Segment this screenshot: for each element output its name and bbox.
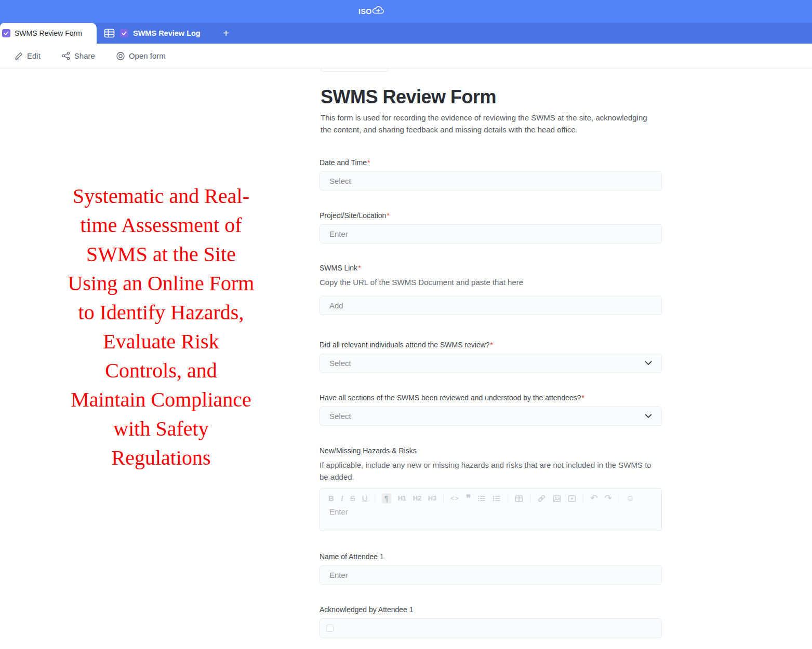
pencil-icon (15, 51, 23, 60)
app-window: ISO SWMS Review Form (0, 0, 812, 649)
input-placeholder: Enter (329, 229, 348, 238)
top-app-bar: ISO (0, 0, 812, 23)
field-label: Did all relevant individuals attend the … (320, 340, 662, 350)
open-form-button[interactable]: Open form (116, 51, 166, 61)
caption-line: Systematic and Real- (21, 182, 301, 211)
input-placeholder: Select (329, 359, 351, 368)
log-check-icon (120, 29, 128, 37)
cloud-plus-icon (371, 4, 385, 16)
field-swms-link: SWMS Link* Copy the URL of the SWMS Docu… (320, 263, 662, 315)
underline-icon[interactable]: U (362, 493, 368, 504)
tab-strip: SWMS Review Form SWMS Review Log + (0, 23, 812, 44)
image-icon[interactable] (553, 495, 561, 503)
undo-icon[interactable]: ↶ (590, 493, 597, 504)
share-button[interactable]: Share (61, 51, 95, 60)
view-toolbar: Edit Share Open form (0, 44, 812, 69)
input-placeholder: Select (329, 412, 351, 421)
caption-line: time Assessment of (21, 211, 301, 240)
required-asterisk: * (358, 264, 361, 272)
date-and-time-input[interactable]: Select (320, 171, 662, 191)
annotation-caption: Systematic and Real- time Assessment of … (21, 182, 301, 472)
attendance-dropdown[interactable]: Select (320, 354, 662, 373)
italic-icon[interactable]: I (341, 493, 343, 504)
form-check-icon (2, 29, 10, 37)
caption-line: Controls, and (21, 356, 301, 385)
editor-placeholder[interactable]: Enter (320, 504, 661, 516)
field-project-site-location: Project/Site/Location* Enter (320, 210, 662, 244)
blockquote-icon[interactable]: ❞ (466, 495, 471, 502)
numbered-list-icon[interactable] (492, 495, 501, 502)
share-icon (61, 51, 71, 60)
edit-button[interactable]: Edit (15, 51, 41, 60)
toolbar-divider (375, 494, 375, 503)
field-label: Date and Time* (320, 157, 662, 168)
code-icon[interactable]: <> (450, 493, 459, 504)
field-label: New/Missing Hazards & Risks (320, 445, 662, 456)
table-icon[interactable] (515, 495, 523, 503)
field-attendance-question: Did all relevant individuals attend the … (320, 340, 662, 373)
field-date-and-time: Date and Time* Select (320, 157, 662, 191)
heading1-icon[interactable]: H1 (398, 493, 406, 504)
link-icon[interactable] (537, 494, 546, 503)
input-placeholder: Add (329, 301, 343, 310)
field-sections-reviewed-question: Have all sections of the SWMS been revie… (320, 393, 662, 426)
acknowledged-field-box (320, 618, 662, 638)
required-asterisk: * (490, 341, 493, 349)
heading2-icon[interactable]: H2 (413, 493, 421, 504)
iso-cloud-logo: ISO (358, 6, 385, 17)
required-asterisk: * (367, 158, 370, 167)
form-title: SWMS Review Form (321, 86, 496, 108)
name-attendee-1-input[interactable]: Enter (320, 565, 662, 585)
field-label: Acknowledged by Attendee 1 (320, 604, 662, 615)
form-description: This form is used for recording the evid… (321, 112, 650, 136)
bold-icon[interactable]: B (328, 493, 334, 504)
rich-text-toolbar: B I S U ¶ H1 H2 H3 <> ❞ (320, 489, 661, 504)
caption-line: with Safety (21, 414, 301, 443)
field-helper-text: Copy the URL of the SWMS Document and pa… (320, 276, 662, 288)
bullet-list-icon[interactable] (477, 495, 486, 502)
field-label: Name of Attendee 1 (320, 551, 662, 562)
emoji-icon[interactable]: ☺ (626, 493, 634, 504)
redo-icon[interactable]: ↷ (604, 493, 611, 504)
toolbar-divider (443, 494, 444, 503)
edit-label: Edit (27, 51, 41, 60)
add-tab-button[interactable]: + (218, 23, 234, 44)
paragraph-icon[interactable]: ¶ (382, 493, 391, 504)
rich-text-editor[interactable]: B I S U ¶ H1 H2 H3 <> ❞ (320, 488, 662, 531)
toolbar-divider (530, 494, 530, 503)
field-name-of-attendee-1: Name of Attendee 1 Enter (320, 551, 662, 585)
caption-line: SWMS at the Site (21, 240, 301, 269)
toolbar-divider (583, 494, 583, 503)
field-label: Project/Site/Location* (320, 210, 662, 221)
tab-swms-review-form[interactable]: SWMS Review Form (0, 23, 97, 44)
required-asterisk: * (387, 211, 389, 220)
toolbar-divider (619, 494, 619, 503)
caption-line: Evaluate Risk (21, 327, 301, 356)
chevron-down-icon (645, 414, 652, 418)
caption-line: Maintain Compliance (21, 385, 301, 414)
toolbar-divider (508, 494, 508, 503)
table-view-icon[interactable] (103, 28, 115, 39)
open-form-icon (116, 51, 125, 61)
field-acknowledged-by-attendee-1: Acknowledged by Attendee 1 (320, 604, 662, 638)
truncated-element (321, 69, 389, 72)
swms-link-input[interactable]: Add (320, 296, 662, 315)
field-label: SWMS Link* (320, 263, 662, 273)
video-icon[interactable] (568, 495, 576, 503)
project-site-location-input[interactable]: Enter (320, 224, 662, 244)
required-asterisk: * (582, 394, 584, 402)
strikethrough-icon[interactable]: S (350, 493, 355, 504)
caption-line: Regulations (21, 443, 301, 472)
sections-reviewed-dropdown[interactable]: Select (320, 407, 662, 426)
tab-label: SWMS Review Log (133, 29, 201, 37)
acknowledged-checkbox[interactable] (326, 625, 334, 632)
logo-text: ISO (358, 6, 372, 17)
tab-swms-review-log[interactable]: SWMS Review Log (120, 23, 201, 44)
chevron-down-icon (645, 361, 652, 366)
heading3-icon[interactable]: H3 (428, 493, 436, 504)
open-form-label: Open form (129, 51, 166, 60)
caption-line: to Identify Hazards, (21, 298, 301, 327)
share-label: Share (74, 51, 95, 60)
input-placeholder: Select (329, 177, 351, 185)
caption-line: Using an Online Form (21, 269, 301, 298)
